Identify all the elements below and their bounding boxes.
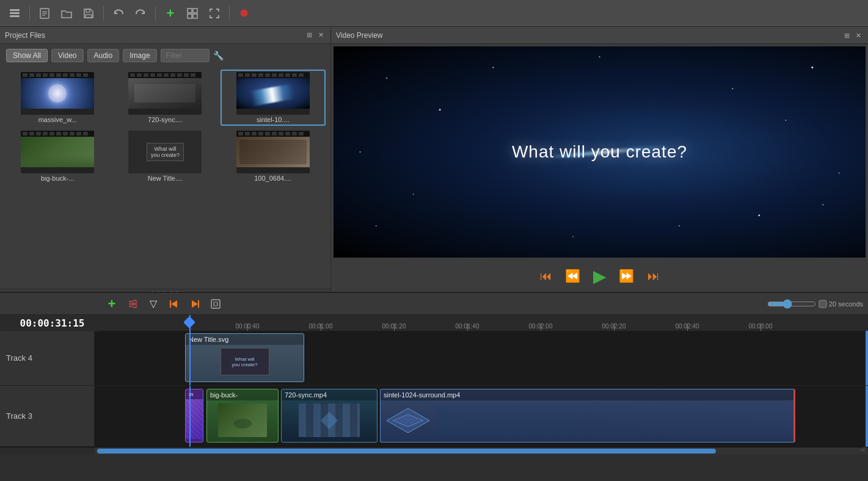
thumb-label-4: big-buck-...	[21, 175, 94, 182]
sep4	[229, 6, 230, 21]
filter-tracks-btn[interactable]: ▽	[145, 295, 162, 313]
thumb-img-5: What willyou create?	[128, 131, 202, 173]
prev-marker-btn[interactable]	[166, 295, 183, 313]
snap-btn[interactable]	[207, 295, 224, 313]
zoom-label: 20 seconds	[819, 300, 863, 308]
tick-2	[321, 324, 321, 331]
save-btn[interactable]	[79, 4, 98, 23]
tick-5	[541, 324, 541, 331]
remove-track-btn[interactable]	[124, 295, 141, 313]
tick-7	[687, 324, 688, 331]
filter-video-btn[interactable]: Video	[51, 49, 83, 62]
filter-showall-btn[interactable]: Show All	[6, 49, 48, 62]
svg-rect-30	[170, 300, 171, 308]
svg-point-23	[679, 225, 680, 226]
svg-point-26	[822, 204, 823, 206]
zoom-slider[interactable]	[767, 299, 816, 309]
track-3: Track 3 m big-buck-	[0, 386, 868, 447]
svg-point-14	[811, 67, 813, 68]
tick-6	[614, 324, 615, 331]
clip-bigbuck-label: big-buck-	[207, 389, 278, 400]
video-overlay-text: What will you create?	[512, 142, 687, 162]
clip-sintel-label: sintel-1024-surround.mp4	[381, 389, 793, 400]
video-preview-header: Video Preview ⊞ ✕	[331, 27, 868, 44]
clip-720sync[interactable]: 720-sync.mp4	[281, 389, 377, 443]
svg-point-15	[732, 88, 733, 89]
svg-rect-1	[10, 12, 20, 14]
filter-audio-btn[interactable]: Audio	[87, 49, 120, 62]
next-marker-btn[interactable]	[186, 295, 203, 313]
h-scrollbar[interactable]	[95, 447, 868, 454]
track-4-content[interactable]: New Title.svg What willyou create?	[95, 331, 868, 385]
tick-4	[467, 324, 468, 331]
timeline-timecode: 00:00:31:15	[5, 315, 100, 331]
redo-btn[interactable]	[131, 4, 150, 23]
fullscreen-btn[interactable]	[205, 4, 224, 23]
add-btn[interactable]: +	[161, 4, 180, 23]
record-btn[interactable]: ⏺	[235, 4, 254, 23]
thumb-item-5[interactable]: What willyou create? New Title....	[112, 128, 217, 184]
svg-rect-35	[819, 300, 826, 308]
playback-controls: ⏮ ⏪ ▶ ⏩ ⏭	[331, 260, 868, 292]
rewind-btn[interactable]: ⏪	[562, 265, 584, 287]
svg-point-17	[439, 109, 441, 110]
clip-sintel[interactable]: sintel-1024-surround.mp4	[380, 389, 795, 443]
jump-start-btn[interactable]: ⏮	[535, 265, 557, 287]
thumb-label-3: sintel-10....	[236, 116, 310, 123]
svg-rect-32	[198, 300, 199, 308]
thumb-label-2: 720-sync....	[128, 116, 202, 123]
thumb-label-6: 100_0684....	[236, 175, 310, 182]
clip-title-label: New Title.svg	[186, 334, 304, 345]
thumb-item-1[interactable]: massive_w...	[5, 70, 110, 126]
svg-rect-34	[214, 302, 217, 306]
svg-rect-12	[193, 14, 197, 18]
sep3	[155, 6, 156, 21]
svg-point-16	[785, 120, 786, 121]
svg-point-36	[233, 419, 252, 429]
play-btn[interactable]: ▶	[589, 265, 611, 287]
filter-input[interactable]	[161, 49, 210, 62]
track-3-content[interactable]: m big-buck-	[95, 386, 868, 447]
left-panel: Project Files ⊞ ✕ Show All Video Audio I…	[0, 27, 331, 292]
timeline-section: 00:00:31:15 + ▽ 20 seconds	[0, 292, 868, 481]
jump-end-btn[interactable]: ⏭	[643, 265, 665, 287]
svg-rect-0	[10, 9, 20, 11]
fast-forward-btn[interactable]: ⏩	[616, 265, 638, 287]
project-files-title: Project Files	[5, 31, 45, 40]
open-btn[interactable]	[57, 4, 76, 23]
main-area: Project Files ⊞ ✕ Show All Video Audio I…	[0, 27, 868, 292]
filter-clear-btn[interactable]: 🔧	[213, 51, 224, 60]
thumb-item-2[interactable]: 720-sync....	[112, 70, 217, 126]
thumb-item-6[interactable]: 100_0684....	[221, 128, 326, 184]
track4-right-border	[866, 331, 868, 385]
svg-point-27	[376, 225, 377, 226]
clip-m[interactable]: m	[185, 389, 203, 443]
panel-expand-btn[interactable]: ⊞	[305, 31, 314, 40]
panel-close-btn[interactable]: ✕	[316, 31, 326, 40]
layout-btn[interactable]	[183, 4, 202, 23]
timeline-ruler[interactable]: 00:00:40 00:01:00 00:01:20 00:01:40 00:0…	[95, 315, 868, 331]
new-btn[interactable]	[35, 4, 54, 23]
add-track-btn[interactable]: +	[103, 295, 120, 313]
video-canvas: What will you create?	[334, 46, 866, 258]
video-expand-btn[interactable]: ⊞	[842, 31, 852, 40]
clip-new-title[interactable]: New Title.svg What willyou create?	[185, 333, 304, 382]
svg-marker-31	[192, 300, 198, 308]
svg-point-19	[838, 173, 839, 174]
track-4: Track 4 New Title.svg What willyou creat…	[0, 331, 868, 386]
resize-handle[interactable]: ⊿	[859, 444, 866, 453]
thumb-item-4[interactable]: big-buck-...	[5, 128, 110, 184]
thumb-item-3[interactable]: sintel-10....	[221, 70, 326, 126]
clip-sintel-thumb	[381, 400, 793, 440]
svg-rect-11	[188, 14, 192, 18]
filter-bar: Show All Video Audio Image 🔧	[0, 44, 330, 67]
menu-btn[interactable]	[5, 4, 24, 23]
filter-image-btn[interactable]: Image	[123, 49, 156, 62]
clip-title-preview: What willyou create?	[186, 345, 304, 378]
timeline-content: 00:00:40 00:01:00 00:01:20 00:01:40 00:0…	[0, 315, 868, 454]
clip-bigbuck[interactable]: big-buck-	[206, 389, 279, 443]
thumb-img-3	[236, 72, 310, 115]
undo-btn[interactable]	[109, 4, 128, 23]
thumb-img-6	[236, 131, 310, 173]
video-close-btn[interactable]: ✕	[854, 31, 863, 40]
